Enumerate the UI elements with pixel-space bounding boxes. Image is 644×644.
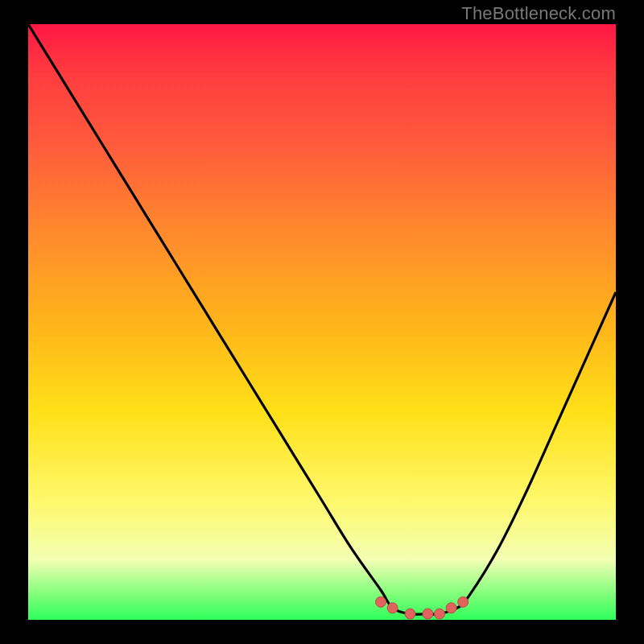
- curve-marker: [376, 597, 386, 607]
- chart-frame: TheBottleneck.com: [0, 0, 644, 644]
- curve-svg: [28, 24, 616, 620]
- curve-marker: [458, 597, 469, 607]
- curve-marker: [387, 603, 398, 613]
- curve-marker: [435, 609, 445, 619]
- curve-marker: [405, 609, 415, 619]
- bottleneck-curve: [28, 24, 616, 614]
- plot-area: [28, 24, 616, 620]
- curve-marker: [446, 603, 456, 613]
- watermark-text: TheBottleneck.com: [461, 3, 616, 24]
- curve-markers: [376, 597, 469, 619]
- curve-marker: [423, 609, 433, 619]
